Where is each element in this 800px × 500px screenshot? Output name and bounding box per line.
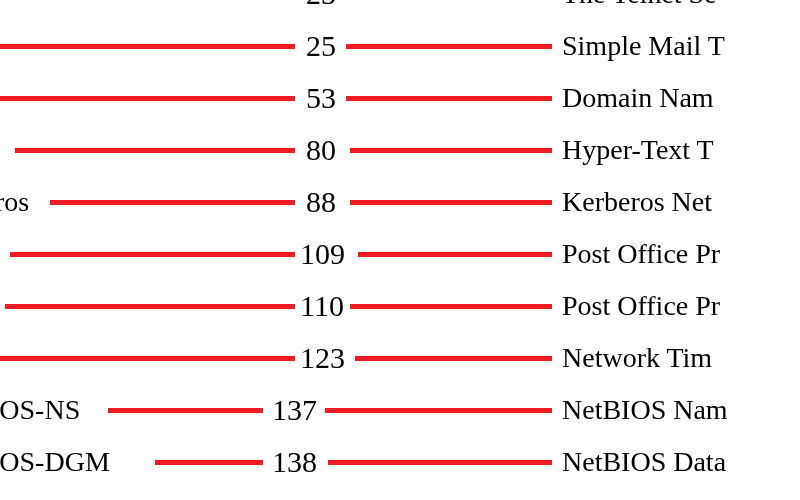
service-name: NetBIOS Nam bbox=[562, 394, 728, 426]
protocol-abbrev: IOS-DGM bbox=[0, 446, 110, 478]
connector-line-right bbox=[350, 304, 552, 309]
protocol-abbrev: ros bbox=[0, 186, 29, 218]
connector-line-left bbox=[50, 200, 295, 205]
connector-line-right bbox=[346, 44, 552, 49]
service-name: The Telnet Se bbox=[562, 0, 717, 10]
table-row: IOS-SSN 139 NetBIOS Sessi bbox=[0, 490, 800, 500]
connector-line-left bbox=[108, 408, 263, 413]
connector-line-right bbox=[346, 96, 552, 101]
connector-line-right bbox=[350, 200, 552, 205]
connector-line-right bbox=[328, 460, 552, 465]
port-number: 23 bbox=[306, 0, 336, 11]
port-number: 110 bbox=[300, 289, 344, 323]
table-row: ros 88 Kerberos Net bbox=[0, 178, 800, 226]
service-name: Network Tim bbox=[562, 342, 712, 374]
table-row: 123 Network Tim bbox=[0, 334, 800, 382]
port-number: 123 bbox=[300, 341, 345, 375]
port-number: 53 bbox=[306, 81, 336, 115]
connector-line-left bbox=[155, 460, 263, 465]
connector-line-left bbox=[0, 44, 295, 49]
table-row: 23 The Telnet Se bbox=[0, 0, 800, 18]
table-row: 53 Domain Nam bbox=[0, 74, 800, 122]
service-name: NetBIOS Data bbox=[562, 446, 726, 478]
service-name: Kerberos Net bbox=[562, 186, 712, 218]
port-number: 88 bbox=[306, 185, 336, 219]
connector-line-left bbox=[15, 148, 295, 153]
service-name: Simple Mail T bbox=[562, 30, 725, 62]
service-name: Hyper-Text T bbox=[562, 134, 714, 166]
table-row: 110 Post Office Pr bbox=[0, 282, 800, 330]
connector-line-right bbox=[325, 408, 552, 413]
connector-line-right bbox=[350, 148, 552, 153]
port-number: 138 bbox=[272, 445, 317, 479]
service-name: Domain Nam bbox=[562, 82, 714, 114]
table-row: 80 Hyper-Text T bbox=[0, 126, 800, 174]
table-row: IOS-NS 137 NetBIOS Nam bbox=[0, 386, 800, 434]
connector-line-left bbox=[0, 96, 295, 101]
table-row: 25 Simple Mail T bbox=[0, 22, 800, 70]
service-name: Post Office Pr bbox=[562, 290, 720, 322]
port-number: 25 bbox=[306, 29, 336, 63]
connector-line-right bbox=[358, 252, 552, 257]
protocol-abbrev: IOS-NS bbox=[0, 394, 80, 426]
connector-line-left bbox=[5, 304, 295, 309]
service-name: Post Office Pr bbox=[562, 238, 720, 270]
port-number: 109 bbox=[300, 237, 345, 271]
connector-line-left bbox=[10, 252, 295, 257]
port-number: 80 bbox=[306, 133, 336, 167]
connector-line-left bbox=[0, 356, 295, 361]
table-row: IOS-DGM 138 NetBIOS Data bbox=[0, 438, 800, 486]
port-number: 137 bbox=[272, 393, 317, 427]
port-reference-table: 23 The Telnet Se 25 Simple Mail T 53 Dom… bbox=[0, 0, 800, 500]
table-row: 109 Post Office Pr bbox=[0, 230, 800, 278]
connector-line-right bbox=[355, 356, 552, 361]
